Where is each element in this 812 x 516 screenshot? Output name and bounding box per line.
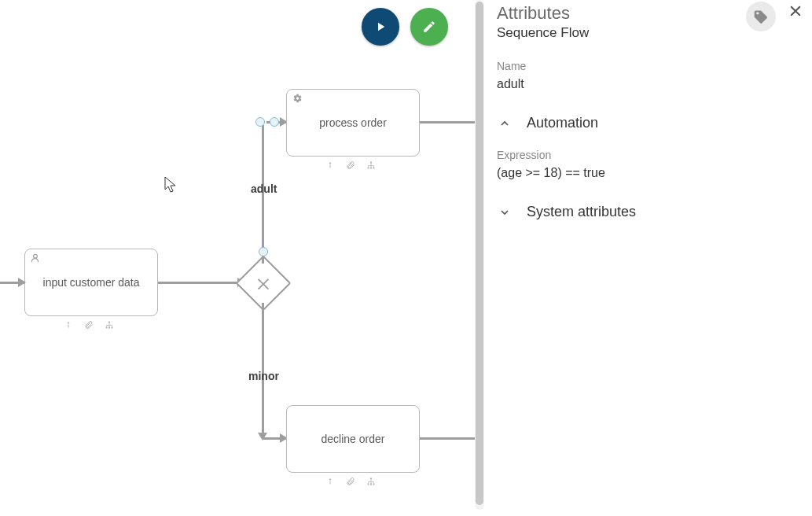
node-label: process order — [319, 116, 387, 129]
node-process-order-icons — [325, 160, 377, 171]
connector-start-to-input — [0, 282, 24, 284]
attachment-icon[interactable] — [345, 476, 356, 487]
tag-button[interactable] — [746, 2, 776, 31]
chevron-up-icon — [497, 116, 513, 131]
edit-button[interactable] — [410, 8, 448, 46]
node-label: decline order — [321, 433, 385, 445]
connector-minor-h[interactable] — [263, 437, 286, 440]
port-adult-end-2[interactable] — [270, 117, 279, 127]
svg-rect-16 — [368, 484, 369, 485]
flow-label-adult[interactable]: adult — [251, 182, 277, 195]
node-input-customer-data[interactable]: input customer data — [24, 249, 158, 316]
gateway-x-icon — [255, 275, 272, 292]
expression-label: Expression — [497, 149, 812, 161]
svg-rect-6 — [112, 327, 113, 329]
port-adult-end-1[interactable] — [255, 117, 265, 127]
svg-rect-12 — [373, 168, 375, 169]
attachment-icon[interactable] — [345, 160, 356, 171]
svg-rect-17 — [370, 484, 372, 485]
connector-process-order-out[interactable] — [420, 121, 475, 123]
mouse-cursor — [164, 176, 177, 194]
node-input-customer-icons — [63, 319, 115, 330]
svg-point-7 — [329, 163, 331, 164]
port-gateway-top[interactable] — [259, 247, 268, 256]
node-process-order[interactable]: process order — [286, 89, 420, 157]
close-icon — [788, 3, 803, 19]
flow-label-minor[interactable]: minor — [248, 370, 279, 382]
info-icon[interactable] — [63, 319, 74, 330]
canvas-action-buttons — [362, 8, 448, 46]
user-task-icon — [30, 252, 41, 266]
connector-input-to-gateway[interactable] — [158, 282, 244, 284]
sitemap-icon[interactable] — [104, 319, 115, 330]
play-icon — [373, 20, 388, 34]
section-system-attributes[interactable]: System attributes — [497, 204, 812, 220]
svg-rect-5 — [108, 327, 110, 329]
panel-title: Attributes — [497, 0, 589, 24]
tag-icon — [753, 9, 769, 24]
expression-value[interactable]: (age >= 18) == true — [497, 166, 812, 180]
name-field-value[interactable]: adult — [497, 77, 812, 91]
sitemap-icon[interactable] — [366, 476, 377, 487]
close-button[interactable] — [787, 2, 804, 19]
svg-rect-18 — [373, 484, 375, 485]
bpmn-canvas[interactable]: input customer data adult process order — [0, 0, 479, 516]
svg-rect-15 — [370, 478, 372, 480]
gateway-exclusive[interactable] — [244, 264, 283, 303]
svg-point-0 — [34, 254, 38, 258]
info-icon[interactable] — [325, 476, 336, 487]
svg-rect-11 — [370, 168, 372, 169]
svg-rect-3 — [108, 322, 110, 323]
name-field-label: Name — [497, 60, 812, 72]
section-automation[interactable]: Automation — [497, 115, 812, 131]
attachment-icon[interactable] — [83, 319, 94, 330]
section-automation-title: Automation — [527, 115, 598, 131]
svg-point-1 — [68, 322, 69, 324]
play-button[interactable] — [362, 8, 399, 46]
service-task-icon — [292, 93, 303, 106]
panel-subtitle: Sequence Flow — [497, 25, 589, 41]
connector-decline-order-out[interactable] — [420, 437, 475, 440]
node-label: input customer data — [43, 276, 140, 289]
svg-rect-4 — [106, 327, 108, 329]
svg-rect-9 — [370, 162, 372, 164]
pencil-icon — [422, 20, 436, 34]
svg-point-13 — [329, 479, 331, 481]
node-decline-order-icons — [325, 476, 377, 487]
info-icon[interactable] — [325, 160, 336, 171]
sitemap-icon[interactable] — [366, 160, 377, 171]
svg-rect-10 — [368, 168, 369, 169]
attributes-panel: Attributes Sequence Flow Name adult Auto… — [486, 0, 812, 516]
scrollbar-vertical[interactable] — [475, 0, 484, 510]
chevron-down-icon — [497, 205, 513, 220]
scrollbar-thumb[interactable] — [476, 2, 483, 505]
section-system-attributes-title: System attributes — [527, 204, 636, 220]
node-decline-order[interactable]: decline order — [286, 405, 420, 473]
